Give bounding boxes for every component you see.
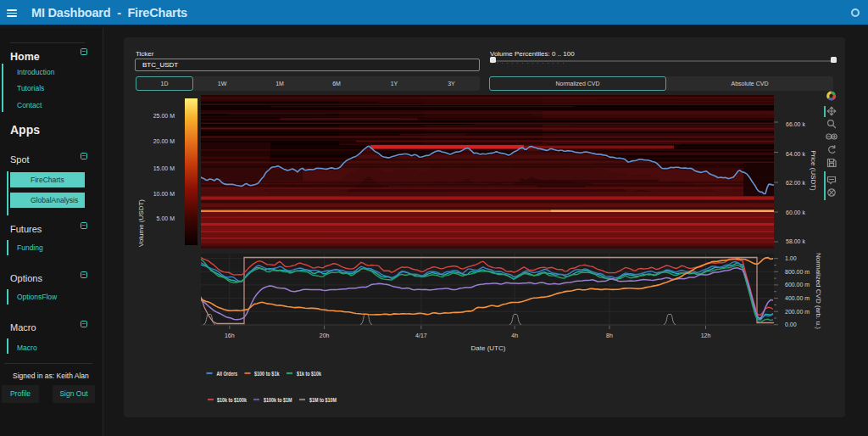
svg-text:10.00 M: 10.00 M [153,191,175,197]
svg-text:8h: 8h [606,333,613,338]
svg-text:Normalized CVD (arb. u.): Normalized CVD (arb. u.) [815,253,822,329]
svg-text:0.00: 0.00 [785,321,797,327]
svg-text:$100k to $1M: $100k to $1M [264,397,292,404]
svg-text:$1k to $10k: $1k to $10k [297,371,321,377]
svg-text:12h: 12h [701,333,711,338]
svg-text:Price (USDT): Price (USDT) [810,150,817,191]
svg-text:58.00 k: 58.00 k [786,238,805,244]
svg-text:60.00 k: 60.00 k [786,210,805,215]
svg-text:600.00 m: 600.00 m [785,282,810,288]
svg-text:4h: 4h [511,333,518,338]
svg-text:200.00 m: 200.00 m [785,309,810,315]
svg-text:20h: 20h [320,333,330,338]
svg-text:$10k to $100k: $10k to $100k [217,397,247,404]
svg-text:15.00 M: 15.00 M [153,165,175,171]
svg-text:66.00 k: 66.00 k [786,121,805,127]
svg-text:25.00 M: 25.00 M [153,113,175,119]
svg-text:16h: 16h [225,333,235,338]
svg-text:4/17: 4/17 [415,333,427,338]
svg-text:$1M to $10M: $1M to $10M [309,397,337,404]
svg-text:1.00: 1.00 [785,255,797,261]
svg-text:400.00 m: 400.00 m [785,295,810,301]
svg-text:5.00 M: 5.00 M [157,215,175,221]
svg-text:64.00 k: 64.00 k [786,151,805,157]
svg-text:$100 to $1k: $100 to $1k [254,371,280,377]
svg-text:All Orders: All Orders [217,371,238,377]
svg-text:20.00 M: 20.00 M [153,138,175,144]
svg-text:Date (UTC): Date (UTC) [471,344,506,352]
svg-text:Volume (USDT): Volume (USDT) [137,199,145,247]
svg-text:800.00 m: 800.00 m [785,269,810,275]
svg-text:62.00 k: 62.00 k [786,180,805,186]
